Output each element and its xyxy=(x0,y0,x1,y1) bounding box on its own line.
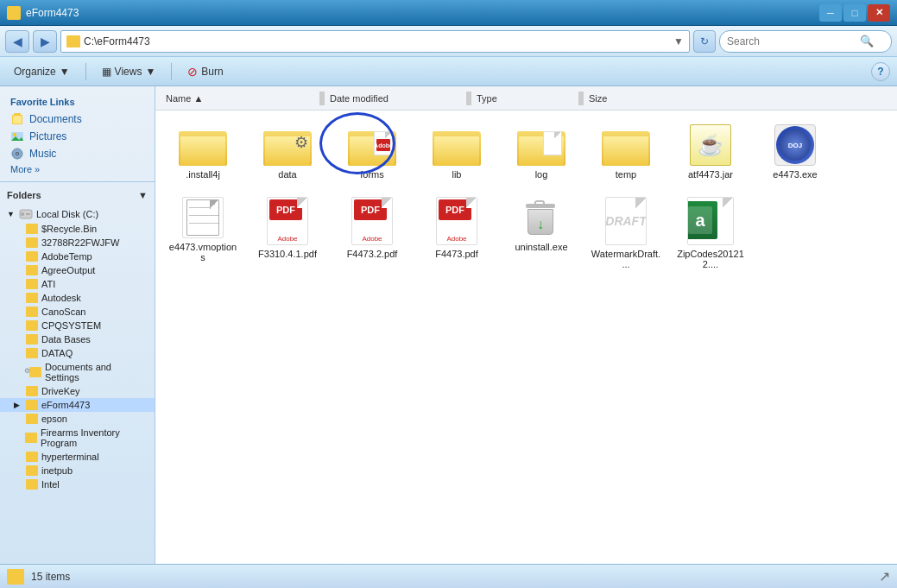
search-input[interactable] xyxy=(727,35,856,47)
folder-icon-forms: Adobe xyxy=(348,124,396,166)
back-button[interactable]: ◀ xyxy=(5,30,29,53)
folder-icon xyxy=(26,320,38,331)
refresh-button[interactable]: ↻ xyxy=(693,30,716,53)
col-header-type[interactable]: Type xyxy=(473,93,577,104)
organize-button[interactable]: Organize ▼ xyxy=(7,63,77,80)
burn-button[interactable]: ⊘ Burn xyxy=(180,62,230,81)
tree-item-32788[interactable]: 32788R22FWJFW xyxy=(0,236,155,250)
pdf-corner xyxy=(382,198,392,208)
folder-item-log[interactable]: log xyxy=(502,119,580,185)
folders-section-title[interactable]: Folders ▼ xyxy=(0,187,155,203)
tree-item-label: CPQSYSTEM xyxy=(41,320,101,331)
file-label-vmoptions: e4473.vmoptions xyxy=(167,242,238,262)
sidebar-item-pictures[interactable]: Pictures xyxy=(0,128,155,145)
tree-item-label: Documents and Settings xyxy=(45,362,148,383)
folder-icon xyxy=(26,265,38,275)
pdf-adobe-label: Adobe xyxy=(354,235,390,243)
tree-item-canoscan[interactable]: CanoScan xyxy=(0,305,155,319)
xlsx-corner xyxy=(723,198,733,208)
tree-item-agreeoutput[interactable]: AgreeOutput xyxy=(0,263,155,277)
file-label-atf4473jar: atf4473.jar xyxy=(688,169,733,180)
help-button[interactable]: ? xyxy=(871,62,890,81)
tree-item-recycle-bin[interactable]: $Recycle.Bin xyxy=(0,222,155,236)
tree-item-label: hyperterminal xyxy=(41,452,99,462)
address-bar[interactable]: C:\eForm4473 ▼ xyxy=(60,30,690,53)
col-resize-1[interactable] xyxy=(319,92,325,105)
file-item-atf4473jar[interactable]: ☕ atf4473.jar xyxy=(672,119,749,185)
file-item-uninstall[interactable]: ↓ uninstall.exe xyxy=(502,192,580,275)
tree-item-drivekey[interactable]: DriveKey xyxy=(0,384,155,398)
forward-button[interactable]: ▶ xyxy=(33,30,57,53)
pdf-adobe-label: Adobe xyxy=(439,235,475,243)
file-label-watermark: WatermarkDraft.... xyxy=(591,249,661,269)
tree-item-ati[interactable]: ATI xyxy=(0,277,155,291)
svg-point-11 xyxy=(21,212,24,216)
views-button[interactable]: ▦ Views ▼ xyxy=(95,63,163,80)
folder-item-data[interactable]: ⚙ data xyxy=(249,119,326,185)
tree-item-adobetemp[interactable]: AdobeTemp xyxy=(0,250,155,263)
file-item-vmoptions[interactable]: ─────── ─────── ─────── e4473.vmoptions xyxy=(164,192,242,275)
tree-item-label: DriveKey xyxy=(41,386,80,396)
views-label: Views xyxy=(115,66,142,78)
sidebar-item-music[interactable]: Music xyxy=(0,145,155,162)
tree-item-firearms[interactable]: Firearms Inventory Program xyxy=(0,426,155,450)
file-label-f4473pdf: F4473.pdf xyxy=(435,249,478,259)
toolbar-divider-2 xyxy=(171,63,172,80)
file-label-f44732pdf: F4473.2.pdf xyxy=(347,249,398,259)
file-item-f3310pdf[interactable]: PDF Adobe F3310.4.1.pdf xyxy=(249,192,326,275)
file-item-zipcodes[interactable]: a ZipCodes201212.... xyxy=(672,192,749,275)
file-label-f3310pdf: F3310.4.1.pdf xyxy=(258,249,317,259)
folder-icon xyxy=(26,479,38,490)
tree-item-inetpub[interactable]: inetpub xyxy=(0,464,155,477)
tree-item-label: Firearms Inventory Program xyxy=(41,427,148,448)
col-resize-3[interactable] xyxy=(578,92,584,105)
file-header: Name ▲ Date modified Type Size xyxy=(155,86,897,111)
pdf-corner xyxy=(466,198,477,208)
col-header-size[interactable]: Size xyxy=(585,93,654,104)
organize-label: Organize xyxy=(14,66,56,78)
sidebar-item-music-label: Music xyxy=(29,148,56,160)
folder-label-forms: forms xyxy=(360,169,384,180)
file-item-watermark[interactable]: DRAFT WatermarkDraft.... xyxy=(587,192,665,275)
tree-item-dataq[interactable]: DATAQ xyxy=(0,346,155,360)
sidebar-item-documents[interactable]: Documents xyxy=(0,111,155,128)
search-icon[interactable]: 🔍 xyxy=(860,35,874,47)
folder-icon xyxy=(26,414,38,424)
folder-item-lib[interactable]: lib xyxy=(418,119,496,185)
tree-item-eform4473[interactable]: ▶ eForm4473 xyxy=(0,398,155,412)
file-item-e4473exe[interactable]: DOJ e4473.exe xyxy=(756,119,834,185)
folder-item-forms[interactable]: Adobe forms xyxy=(333,119,411,185)
address-dropdown-icon[interactable]: ▼ xyxy=(673,35,684,47)
watermark-corner xyxy=(635,198,646,208)
folder-item-install4j[interactable]: .install4j xyxy=(164,119,242,185)
col-header-date[interactable]: Date modified xyxy=(326,93,464,104)
folder-icon xyxy=(26,293,38,303)
expand-icon: ▶ xyxy=(14,401,22,409)
tree-item-docs-settings[interactable]: ⚙ Documents and Settings xyxy=(0,360,155,384)
tree-item-label: Autodesk xyxy=(41,293,81,303)
title-bar-left: eForm4473 xyxy=(7,6,79,20)
tree-item-cpqsystem[interactable]: CPQSYSTEM xyxy=(0,319,155,332)
folder-icon xyxy=(26,307,38,317)
search-bar[interactable]: 🔍 xyxy=(719,30,892,53)
badge-inner: DOJ xyxy=(780,130,811,161)
tree-item-hyperterminal[interactable]: hyperterminal xyxy=(0,450,155,464)
col-resize-2[interactable] xyxy=(466,92,471,105)
folder-icon xyxy=(26,400,38,410)
folder-doc-icon: Adobe xyxy=(374,131,393,155)
file-item-f44732pdf[interactable]: PDF Adobe F4473.2.pdf xyxy=(333,192,411,275)
tree-item-epson[interactable]: epson xyxy=(0,412,155,426)
jar-icon: ☕ xyxy=(690,124,731,166)
col-header-name[interactable]: Name ▲ xyxy=(162,93,318,104)
folder-item-temp[interactable]: temp xyxy=(587,119,665,185)
more-links[interactable]: More » xyxy=(0,162,155,176)
tree-item-local-disk[interactable]: ▼ Local Disk (C:) xyxy=(0,206,155,222)
maximize-button[interactable]: □ xyxy=(843,4,866,22)
tree-item-intel[interactable]: Intel xyxy=(0,477,155,491)
close-button[interactable]: ✕ xyxy=(868,4,890,22)
burn-icon: ⊘ xyxy=(187,65,198,79)
tree-item-autodesk[interactable]: Autodesk xyxy=(0,291,155,305)
minimize-button[interactable]: ─ xyxy=(819,4,842,22)
tree-item-databases[interactable]: Data Bases xyxy=(0,332,155,346)
file-item-f4473pdf[interactable]: PDF Adobe F4473.pdf xyxy=(418,192,496,275)
